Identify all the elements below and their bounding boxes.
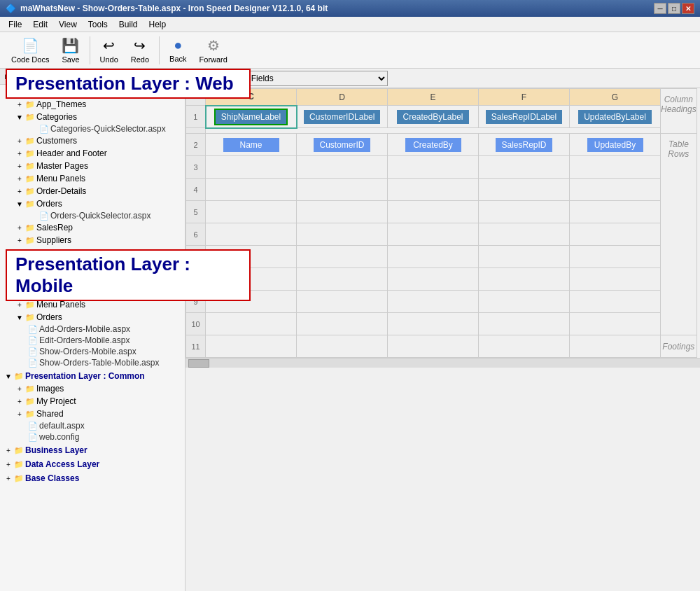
toggle-customers[interactable]: + (14, 135, 25, 146)
sidebar-close-icon[interactable]: ✕ (172, 71, 181, 82)
tree-row-pres-web[interactable]: ▼ 📁 Presentation Layer : Web (0, 85, 185, 98)
col-header-c[interactable]: C (206, 89, 297, 106)
cell-10-e[interactable] (388, 313, 479, 335)
tree-row-add-orders-mobile[interactable]: 📄 Add-Orders-Mobile.aspx (0, 324, 185, 335)
cell-7-c[interactable] (206, 246, 297, 268)
cell-1-f[interactable]: SalesRepIDLabel (479, 106, 570, 128)
cell-8-c[interactable] (206, 268, 297, 291)
menu-view[interactable]: View (53, 18, 83, 31)
cell-2-g[interactable]: UpdatedBy (570, 134, 661, 156)
toggle-pres-mobile[interactable]: ▼ (3, 249, 14, 260)
toggle-orders-web[interactable]: ▼ (14, 198, 25, 209)
tree-row-app-themes[interactable]: + 📁 App_Themes (0, 98, 185, 111)
menu-tools[interactable]: Tools (83, 18, 113, 31)
toggle-menu-panels-mobile[interactable]: + (14, 299, 25, 310)
col-header-e[interactable]: E (388, 89, 479, 106)
cell-5-g[interactable] (570, 201, 661, 223)
toolbar-code-docs[interactable]: 📄 Code Docs (6, 34, 55, 67)
cell-7-f[interactable] (479, 246, 570, 268)
tree-row-my-project[interactable]: + 📁 My Project (0, 395, 185, 408)
customerid-value[interactable]: CustomerID (314, 138, 370, 152)
toggle-dal[interactable]: + (3, 459, 14, 470)
cell-11-e[interactable] (388, 335, 479, 358)
cell-11-d[interactable] (297, 335, 388, 358)
menu-help[interactable]: Help (144, 18, 172, 31)
tree-row-pres-common[interactable]: ▼ 📁 Presentation Layer : Common (0, 370, 185, 382)
salesrepid-value[interactable]: SalesRepID (496, 138, 552, 152)
cell-9-c[interactable] (206, 291, 297, 313)
tree-row-default-aspx[interactable]: 📄 default.aspx (0, 420, 185, 431)
cell-1-e[interactable]: CreatedByLabel (388, 106, 479, 128)
tree-row-menu-panels-mobile[interactable]: + 📁 Menu Panels (0, 298, 185, 311)
col-header-g[interactable]: G (570, 89, 661, 106)
toggle-app-themes-mobile[interactable]: + (14, 261, 25, 272)
cell-5-d[interactable] (297, 201, 388, 223)
toggle-business[interactable]: + (3, 445, 14, 456)
toggle-menu-panels[interactable]: + (14, 173, 25, 184)
toggle-order-details[interactable]: + (14, 186, 25, 197)
cell-4-e[interactable] (388, 179, 479, 201)
toggle-shared[interactable]: + (14, 408, 25, 419)
toolbar-save[interactable]: 💾 Save (56, 34, 85, 67)
toolbar-back[interactable]: ● Back (164, 34, 192, 66)
toggle-salesrep[interactable]: + (14, 222, 25, 233)
cell-1-g[interactable]: UpdatedByLabel (570, 106, 661, 128)
cell-3-d[interactable] (297, 156, 388, 179)
cell-10-g[interactable] (570, 313, 661, 335)
cell-11-f[interactable] (479, 335, 570, 358)
tree-row-base[interactable]: + 📁 Base Classes (0, 472, 185, 485)
customer-id-label[interactable]: CustomerIDLabel (304, 110, 380, 124)
h-scrollbar-thumb[interactable] (188, 359, 209, 368)
h-scrollbar-bottom[interactable] (186, 358, 700, 368)
tree-row-app-themes-mobile[interactable]: + 📁 App_Themes (0, 260, 185, 273)
tree-row-images[interactable]: + 📁 Images (0, 382, 185, 395)
tree-row-show-orders-table-mobile[interactable]: 📄 Show-Orders-Table-Mobile.aspx (0, 357, 185, 368)
toggle-pres-common[interactable]: ▼ (3, 370, 14, 382)
tree-row-categories[interactable]: ▼ 📁 Categories (0, 111, 185, 123)
cell-11-g[interactable] (570, 335, 661, 358)
tree-row-web-config[interactable]: 📄 web.config (0, 431, 185, 443)
sidebar-pin-icon[interactable]: 📌 (158, 71, 169, 82)
tree-row-categories-quickselector[interactable]: 📄 Categories-QuickSelector.aspx (0, 123, 185, 134)
tree-row-pres-mobile[interactable]: ▼ 📁 Presentation Layer : Mobile (0, 248, 185, 260)
toolbar-redo[interactable]: ↪ Redo (125, 34, 155, 67)
close-button[interactable]: ✕ (682, 3, 694, 14)
cell-4-c[interactable] (206, 179, 297, 201)
tree-row-dal[interactable]: + 📁 Data Access Layer (0, 458, 185, 471)
sales-rep-id-label[interactable]: SalesRepIDLabel (486, 110, 562, 124)
cell-10-f[interactable] (479, 313, 570, 335)
cell-8-g[interactable] (570, 268, 661, 291)
toggle-base[interactable]: + (3, 473, 14, 484)
tree-row-header-footer[interactable]: + 📁 Header and Footer (0, 147, 185, 160)
toggle-header-footer[interactable]: + (14, 148, 25, 159)
toggle-suppliers[interactable]: + (14, 235, 25, 246)
tree-row-menu-panels[interactable]: + 📁 Menu Panels (0, 172, 185, 185)
cell-3-e[interactable] (388, 156, 479, 179)
col-header-f[interactable]: F (479, 89, 570, 106)
tree-row-suppliers[interactable]: + 📁 Suppliers (0, 234, 185, 246)
cell-8-e[interactable] (388, 268, 479, 291)
cell-7-g[interactable] (570, 246, 661, 268)
cell-6-f[interactable] (479, 223, 570, 246)
cell-3-c[interactable] (206, 156, 297, 179)
cell-9-d[interactable] (297, 291, 388, 313)
minimize-button[interactable]: ─ (654, 3, 666, 14)
tree-row-shared[interactable]: + 📁 Shared (0, 408, 185, 420)
createdby-value[interactable]: CreatedBy (405, 138, 461, 152)
tree-row-master-pages[interactable]: + 📁 Master Pages (0, 160, 185, 172)
tree-row-customers[interactable]: + 📁 Customers (0, 134, 185, 147)
ship-name-label[interactable]: ShipNameLabel (214, 109, 288, 125)
cell-2-e[interactable]: CreatedBy (388, 134, 479, 156)
tree-row-orders-web[interactable]: ▼ 📁 Orders (0, 197, 185, 210)
cell-3-f[interactable] (479, 156, 570, 179)
menu-edit[interactable]: Edit (27, 18, 53, 31)
cell-1-c[interactable]: ShipNameLabel (206, 106, 297, 128)
tree-row-salesrep[interactable]: + 📁 SalesRep (0, 221, 185, 234)
cell-10-d[interactable] (297, 313, 388, 335)
tree-row-edit-orders-mobile[interactable]: 📄 Edit-Orders-Mobile.aspx (0, 335, 185, 346)
cell-9-f[interactable] (479, 291, 570, 313)
cell-2-c[interactable]: Name (206, 134, 297, 156)
tree-row-master-pages-mobile[interactable]: + 📁 Master Pages (0, 286, 185, 298)
cell-3-g[interactable] (570, 156, 661, 179)
toggle-master-pages-mobile[interactable]: + (14, 286, 25, 298)
